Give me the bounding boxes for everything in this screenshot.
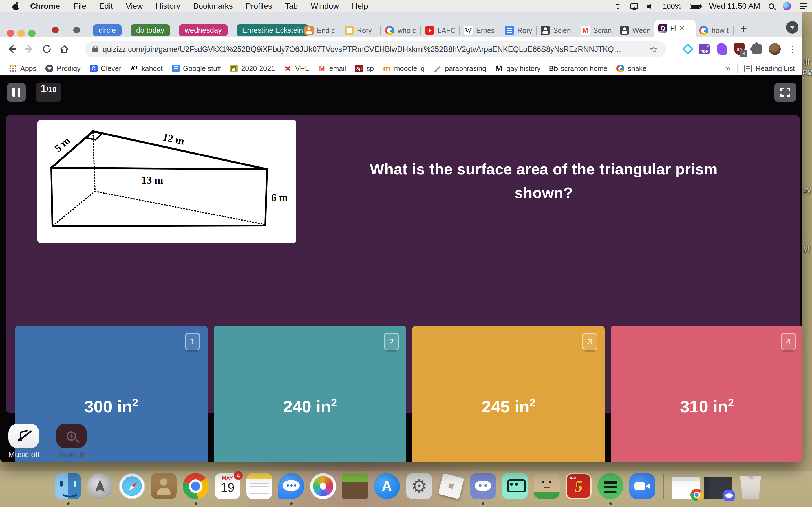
extension-pdf-icon[interactable]: PDF: [699, 44, 710, 54]
extension-shield-icon[interactable]: up 3: [734, 43, 745, 55]
tab-scien[interactable]: Scien: [541, 24, 571, 37]
tab-close-icon[interactable]: ×: [679, 24, 684, 33]
reading-list-button[interactable]: Reading List: [744, 64, 795, 73]
volume-icon[interactable]: [647, 3, 654, 9]
pause-button[interactable]: [7, 83, 26, 102]
address-bar[interactable]: quizizz.com/join/game/U2FsdGVkX1%252BQ9i…: [85, 41, 666, 57]
bookmark-2020-2021[interactable]: 2020-2021: [230, 64, 275, 73]
dock-appstore-icon[interactable]: A: [374, 473, 400, 499]
dock-minecraft-icon[interactable]: [342, 473, 368, 499]
bookmark-moodle[interactable]: m moodle ig: [383, 64, 424, 73]
minimize-window-button[interactable]: [17, 30, 25, 37]
dock-roblox-icon[interactable]: [438, 473, 464, 499]
bookmark-scranton-home[interactable]: Bb scranton home: [550, 64, 607, 73]
spotlight-search-icon[interactable]: [769, 3, 774, 9]
dock-system-preferences-icon[interactable]: ⚙: [406, 473, 432, 499]
extension-diamond-icon[interactable]: [682, 43, 693, 55]
tab-how[interactable]: how t: [699, 24, 728, 37]
bookmarks-overflow-chevron[interactable]: »: [726, 64, 730, 73]
bookmark-paraphrasing[interactable]: paraphrasing: [434, 64, 486, 73]
bookmark-gay-history[interactable]: M gay history: [495, 64, 541, 73]
tab-quizizz-active[interactable]: Q Pl ×: [654, 20, 696, 37]
menu-edit[interactable]: Edit: [93, 2, 119, 11]
reload-button[interactable]: [41, 43, 52, 55]
new-tab-button[interactable]: +: [741, 22, 747, 35]
menu-profiles[interactable]: Profiles: [239, 2, 278, 11]
extension-purple-icon[interactable]: [717, 43, 726, 55]
lock-icon[interactable]: [93, 48, 98, 52]
tab-end[interactable]: End c: [305, 24, 335, 37]
dock-minimized-discord-window[interactable]: [704, 476, 732, 499]
close-window-button[interactable]: [7, 30, 14, 37]
dock-contacts-icon[interactable]: [151, 473, 177, 499]
zoom-window-button[interactable]: [28, 30, 36, 37]
dock-finder-icon[interactable]: [55, 473, 81, 499]
tab-wedn[interactable]: Wedn: [620, 24, 651, 37]
dock-jpp5-icon[interactable]: JPP 5: [566, 473, 592, 499]
screen-mirroring-icon[interactable]: [630, 3, 638, 9]
music-toggle-button[interactable]: [8, 424, 40, 448]
profile-avatar[interactable]: [769, 43, 781, 55]
siri-icon[interactable]: [783, 2, 791, 10]
tab-rory-1[interactable]: Rory: [345, 24, 372, 37]
answer-option-3[interactable]: 3 245 in2: [412, 326, 605, 462]
tab-list-caret-button[interactable]: [786, 21, 799, 34]
menu-app-name[interactable]: Chrome: [23, 2, 67, 11]
back-button[interactable]: [6, 43, 17, 55]
menu-clock[interactable]: Wed 11:50 AM: [709, 2, 760, 11]
dock-minimized-chrome-window[interactable]: [672, 476, 700, 499]
menu-bookmarks[interactable]: Bookmarks: [187, 2, 239, 11]
fullscreen-button[interactable]: [774, 83, 797, 102]
tab-group-circle[interactable]: circle: [93, 24, 121, 36]
menu-history[interactable]: History: [149, 2, 187, 11]
tab-group-dot-gray[interactable]: [73, 27, 80, 33]
dock-calendar-icon[interactable]: MAY 19 4: [214, 473, 241, 499]
bookmark-star-icon[interactable]: ☆: [650, 44, 658, 55]
forward-button[interactable]: [24, 43, 35, 55]
bookmark-kahoot[interactable]: K! kahoot: [130, 64, 163, 73]
dock-safari-icon[interactable]: [119, 473, 145, 499]
menu-tab[interactable]: Tab: [278, 2, 304, 11]
answer-option-1[interactable]: 1 300 in2: [15, 326, 207, 462]
home-button[interactable]: [59, 43, 70, 55]
tab-group-do-today[interactable]: do today: [131, 24, 170, 36]
bookmark-clever[interactable]: C Clever: [90, 64, 121, 73]
url-text[interactable]: quizizz.com/join/game/U2FsdGVkX1%252BQ9i…: [103, 45, 621, 54]
dock-zoom-icon[interactable]: [629, 473, 655, 499]
dock-baldi-icon[interactable]: [534, 473, 560, 499]
dock-spotify-icon[interactable]: [598, 473, 623, 499]
menu-window[interactable]: Window: [304, 2, 345, 11]
answer-option-4[interactable]: 4 310 in2: [611, 326, 802, 462]
bookmark-prodigy[interactable]: Prodigy: [45, 64, 81, 73]
tab-scran[interactable]: M Scran: [581, 24, 612, 37]
dock-chrome-icon[interactable]: [183, 473, 209, 499]
dock-photos-icon[interactable]: [310, 473, 336, 499]
dock-streamlabs-icon[interactable]: [502, 473, 528, 499]
bookmark-google-stuff[interactable]: Google stuff: [172, 64, 221, 73]
apple-logo-icon[interactable]: [12, 2, 19, 10]
extensions-puzzle-icon[interactable]: [752, 44, 762, 54]
answer-option-2[interactable]: 2 240 in2: [214, 326, 406, 462]
wifi-icon[interactable]: [613, 3, 622, 9]
dock-notes-icon[interactable]: [246, 473, 272, 499]
dock-discord-icon[interactable]: [470, 473, 496, 499]
tab-group-dot-red[interactable]: [52, 27, 59, 33]
bookmark-snake[interactable]: snake: [616, 64, 647, 73]
menu-view[interactable]: View: [119, 2, 149, 11]
tab-who[interactable]: who c: [385, 24, 416, 37]
menu-file[interactable]: File: [67, 2, 93, 11]
tab-group-ernestine[interactable]: Ernestine Eckstein: [237, 24, 308, 36]
bookmark-apps[interactable]: Apps: [9, 64, 36, 73]
menu-extra-icon[interactable]: [800, 3, 808, 9]
dock-messages-icon[interactable]: [278, 473, 304, 499]
chrome-menu-icon[interactable]: ⋮: [788, 44, 797, 54]
tab-ernes[interactable]: W Ernes: [464, 24, 495, 37]
menu-help[interactable]: Help: [345, 2, 375, 11]
tab-rory-2[interactable]: Rory: [505, 24, 532, 37]
tab-lafc[interactable]: LAFC: [425, 24, 456, 37]
zoom-in-button[interactable]: +: [56, 424, 87, 448]
bookmark-sp[interactable]: Sp sp: [355, 64, 373, 73]
dock-launchpad-icon[interactable]: [87, 473, 113, 499]
bookmark-vhl[interactable]: VHL: [284, 64, 309, 73]
battery-icon[interactable]: [690, 4, 701, 9]
